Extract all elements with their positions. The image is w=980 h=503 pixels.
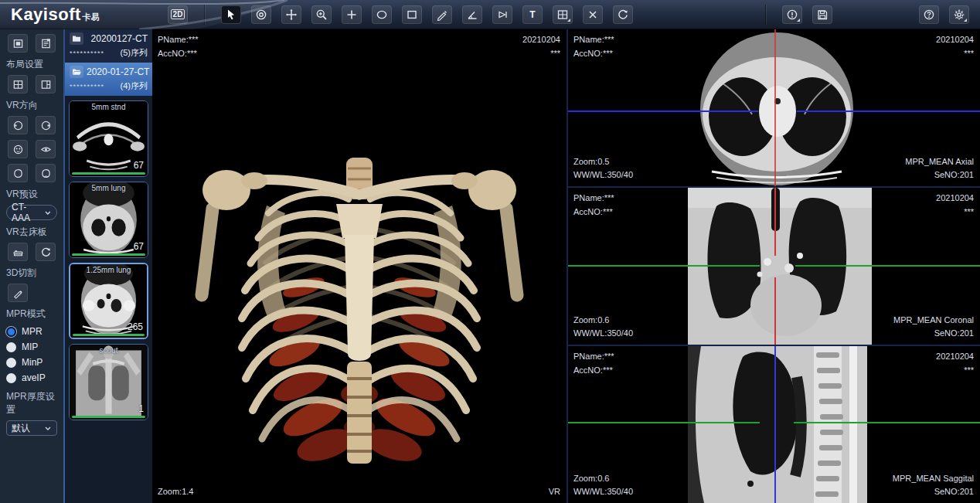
axial-patient-overlay: PName:*** AccNO:***	[573, 33, 614, 60]
mpr-mode-label: MPR模式	[6, 308, 57, 321]
settings-button[interactable]	[949, 5, 969, 24]
zoom-text: Zoom:0.6	[573, 472, 633, 486]
info-icon	[786, 8, 798, 21]
measure-tool-button[interactable]	[432, 5, 452, 24]
save-icon	[816, 8, 829, 21]
mpr-thickness-select[interactable]: 默认	[6, 420, 57, 436]
help-button[interactable]	[919, 5, 939, 24]
info-button[interactable]	[782, 5, 802, 24]
thumbnail-loaded-bar	[72, 172, 145, 175]
mpr-mode-radio-aveip[interactable]: aveIP	[6, 371, 57, 385]
mpr-coronal-viewport[interactable]: PName:*** AccNO:*** 20210204 *** Zoom:0.…	[568, 188, 980, 345]
angle-tool-button[interactable]	[462, 5, 482, 24]
vr-viewport[interactable]: PName:*** AccNO:*** 20210204 *** Zoom:1.…	[152, 29, 567, 503]
vr-orient-right-button[interactable]	[36, 116, 56, 134]
coronal-zoom-overlay: Zoom:0.6 WW/WL:350/40	[573, 314, 633, 341]
study-series-count: (4)序列	[121, 80, 148, 92]
vr-orient-posterior-button[interactable]	[36, 140, 56, 158]
layout-single-button[interactable]	[8, 34, 28, 53]
study-item-1[interactable]: 20200127-CT ********** (5)序列	[65, 29, 152, 63]
eye-icon	[40, 144, 52, 155]
mpr-mode-radio-mip[interactable]: MIP	[6, 340, 57, 354]
thumbnail-image-scout	[70, 345, 148, 420]
toolbar-right-group	[759, 5, 980, 25]
bed-reset-button[interactable]	[36, 243, 56, 261]
scalpel-button[interactable]	[8, 284, 28, 302]
radio-label: aveIP	[22, 372, 46, 383]
ellipse-roi-button[interactable]	[372, 5, 392, 24]
mpr-axial-viewport[interactable]: PName:*** AccNO:*** 20210204 *** Zoom:0.…	[568, 29, 980, 186]
vr-orient-left-button[interactable]	[8, 116, 28, 134]
scroll-stack-button[interactable]	[251, 5, 271, 24]
study-item-2-selected[interactable]: 2020-01-27-CT ********** (4)序列	[65, 63, 152, 96]
study-title: 20200127-CT	[87, 33, 148, 44]
vr-orient-inferior-button[interactable]	[36, 164, 56, 182]
radio-label: MPR	[22, 326, 43, 337]
pname-text: PName:***	[573, 350, 614, 364]
bed-icon	[12, 246, 24, 258]
delete-annotation-button[interactable]	[583, 5, 603, 24]
series-thumbnail-5mm-lung[interactable]: 5mm lung 67	[69, 182, 148, 258]
mpr-mode-text: MPR_MEAN Coronal	[893, 314, 974, 328]
save-button[interactable]	[812, 5, 832, 24]
accno-text: AccNO:***	[573, 364, 614, 378]
layout-report-button[interactable]	[36, 34, 56, 53]
study-date-text: 20210204	[936, 33, 974, 47]
thumbnail-label: scout	[70, 346, 148, 355]
thumbnail-label: 5mm lung	[70, 184, 148, 192]
cine-play-button[interactable]	[492, 5, 512, 24]
remove-bed-button[interactable]	[8, 243, 28, 261]
masked-text: ***	[936, 364, 974, 378]
reset-icon	[617, 8, 629, 21]
study-masked-name: **********	[70, 83, 104, 90]
radio-icon	[6, 342, 16, 352]
2d-view-button[interactable]: 2D	[168, 5, 188, 24]
mpr-thickness-value: 默认	[12, 422, 30, 435]
zoom-in-icon	[315, 8, 328, 21]
reset-view-button[interactable]	[613, 5, 633, 24]
text-annotation-button[interactable]: T	[522, 5, 543, 24]
cursor-tool-button[interactable]	[221, 5, 241, 24]
vr-bed-removal-label: VR去床板	[6, 226, 57, 239]
pan-tool-button[interactable]	[281, 5, 301, 24]
layout-single-icon	[12, 38, 24, 49]
series-panel: 20200127-CT ********** (5)序列 2020-01-27-…	[65, 29, 152, 503]
head-bottom-icon	[40, 168, 52, 179]
zoom-tool-button[interactable]	[311, 5, 332, 24]
scalpel-icon	[12, 287, 24, 299]
layout-section-label: 布局设置	[6, 58, 57, 71]
thumbnail-image-count: 67	[134, 160, 144, 171]
crosshair-tool-button[interactable]	[342, 5, 362, 24]
mpr-sagittal-viewport[interactable]: PName:*** AccNO:*** 20210204 *** Zoom:0.…	[568, 346, 980, 503]
mpr-mode-radio-minp[interactable]: MinP	[6, 355, 57, 369]
mpr-mode-radio-mpr[interactable]: MPR	[6, 325, 57, 338]
accno-text: AccNO:***	[573, 206, 614, 219]
series-thumbnail-scout[interactable]: scout 1	[69, 344, 148, 420]
folder-open-icon	[70, 66, 83, 78]
vr-orient-superior-button[interactable]	[8, 164, 28, 182]
layout-1plus2-button[interactable]	[36, 75, 56, 93]
masked-text: ***	[936, 206, 974, 219]
mpr-mode-text: MPR_MEAN Axial	[905, 155, 974, 169]
study-date-text: 20210204	[936, 192, 974, 206]
mpr-thickness-label: MPR厚度设置	[6, 390, 57, 416]
layout-2x2-button[interactable]	[8, 75, 28, 93]
vr-preset-select[interactable]: CT-AAA	[6, 205, 57, 220]
axial-mode-overlay: MPR_MEAN Axial SeNO:201	[905, 155, 974, 182]
accno-text: AccNO:***	[158, 47, 199, 61]
vr-study-overlay: 20210204 ***	[522, 33, 560, 60]
series-thumbnail-5mm-stnd[interactable]: 5mm stnd 67	[69, 100, 148, 177]
layout-grid-button[interactable]	[553, 5, 573, 24]
vr-orient-anterior-button[interactable]	[8, 140, 28, 158]
head-front-icon	[12, 144, 24, 155]
render-mode-text: VR	[549, 485, 560, 499]
rect-roi-button[interactable]	[402, 5, 422, 24]
axial-study-overlay: 20210204 ***	[936, 33, 974, 60]
thumbnail-image-count: 1	[138, 403, 144, 414]
coronal-mode-overlay: MPR_MEAN Coronal SeNO:201	[893, 314, 974, 341]
vr-mode-overlay: VR	[549, 485, 560, 499]
accno-text: AccNO:***	[573, 47, 614, 61]
series-thumbnail-1-25mm-lung[interactable]: 1.25mm lung 265	[69, 263, 148, 339]
masked-text: ***	[522, 47, 560, 61]
sagittal-patient-overlay: PName:*** AccNO:***	[573, 350, 614, 377]
